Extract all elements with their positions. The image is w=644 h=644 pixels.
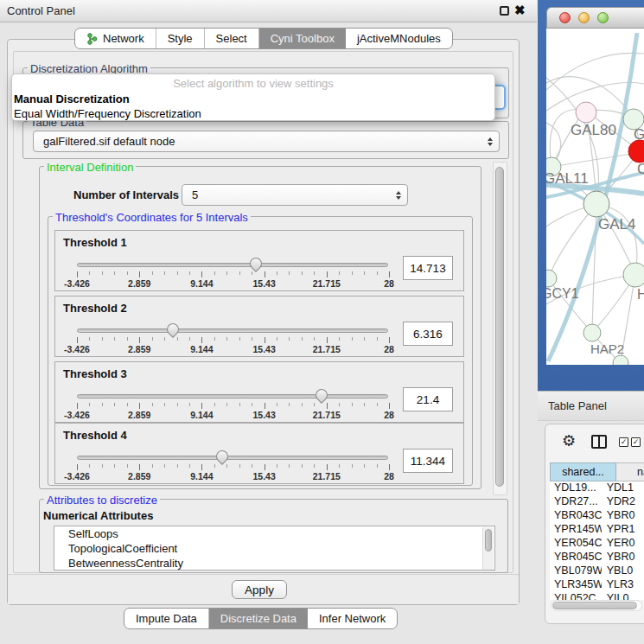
split-columns-icon[interactable]	[591, 435, 607, 449]
cell-name[interactable]: YLR3	[602, 578, 644, 592]
apply-button[interactable]: Apply	[232, 580, 287, 599]
cell-name[interactable]: YBR0	[602, 551, 644, 564]
close-traffic-light-icon[interactable]	[559, 12, 571, 23]
table-hscrollbar-thumb[interactable]	[552, 602, 637, 609]
slider-tick-labels: -3.4262.8599.14415.4321.71528	[77, 344, 389, 354]
zoom-traffic-light-icon[interactable]	[597, 12, 609, 23]
threshold-4-slider[interactable]	[77, 456, 388, 460]
node-label: HAP2	[590, 341, 624, 356]
tab-cyni-toolbox[interactable]: Cyni Toolbox	[259, 29, 346, 48]
table-row[interactable]: YER054CYER0	[550, 537, 644, 551]
node-gcy1[interactable]	[546, 270, 557, 287]
cell-shared-name[interactable]: YDL19...	[550, 481, 602, 495]
threshold-3-value[interactable]: 21.4	[403, 387, 453, 411]
number-of-intervals-value: 5	[182, 188, 390, 201]
threshold-1-label: Threshold 1	[63, 236, 127, 249]
node-right-mid[interactable]	[623, 263, 644, 287]
dropdown-hint: Select algorithm to view settings	[12, 74, 494, 90]
threshold-3-slider[interactable]	[77, 394, 388, 399]
node-pink[interactable]	[576, 102, 596, 123]
cell-name[interactable]: YBL0	[602, 564, 644, 578]
cell-name[interactable]: YDR2	[602, 495, 644, 509]
table-row[interactable]: YIL052CYIL0	[550, 592, 644, 600]
threshold-4-slider-thumb[interactable]	[214, 448, 231, 465]
threshold-4-value[interactable]: 11.344	[403, 449, 453, 473]
cell-name[interactable]: YIL0	[602, 592, 644, 600]
threshold-1-slider[interactable]	[77, 263, 388, 267]
node-bottom[interactable]	[613, 355, 628, 365]
table-panel-header: Table Panel	[538, 391, 644, 421]
dropdown-option-equal-width[interactable]: Equal Width/Frequency Discretization	[12, 105, 494, 120]
table-row[interactable]: YPR145WYPR1	[550, 523, 644, 537]
cell-shared-name[interactable]: YIL052C	[550, 592, 602, 600]
slider-ticks	[77, 337, 389, 344]
cell-shared-name[interactable]: YBR045C	[550, 551, 602, 564]
node-gal4[interactable]	[583, 191, 609, 217]
network-window-titlebar[interactable]	[546, 7, 644, 29]
node-label: H	[637, 287, 644, 303]
node-label: GAL4	[598, 216, 635, 233]
table-row[interactable]: YBR045CYBR0	[550, 551, 644, 564]
tab-infer-network[interactable]: Infer Network	[308, 609, 397, 628]
thresholds-group-title: Threshold's Coordinates for 5 Intervals	[53, 211, 251, 224]
column-header-shared-name[interactable]: shared...	[550, 462, 616, 481]
threshold-1-slider-thumb[interactable]	[247, 255, 265, 272]
settings-scrollbar-thumb[interactable]	[495, 167, 504, 487]
tab-cyni-toolbox-label: Cyni Toolbox	[271, 32, 335, 45]
node-label: GA	[634, 126, 644, 143]
gear-icon[interactable]: ⚙	[562, 433, 576, 449]
dropdown-option-manual[interactable]: Manual Discretization	[12, 90, 494, 105]
cell-name[interactable]: YDL1	[602, 481, 644, 495]
tab-style[interactable]: Style	[156, 29, 205, 48]
list-item[interactable]: TopologicalCoefficient	[54, 541, 494, 556]
threshold-2-slider[interactable]	[77, 328, 388, 333]
table-row[interactable]: YLR345WYLR3	[550, 578, 644, 592]
tab-discretize-data[interactable]: Discretize Data	[209, 609, 308, 628]
table-data-combobox[interactable]: galFiltered.sif default node	[33, 131, 500, 152]
cell-shared-name[interactable]: YLR345W	[550, 578, 602, 592]
float-window-icon[interactable]	[500, 6, 509, 16]
list-item[interactable]: SelfLoops	[54, 526, 494, 541]
column-header-name[interactable]: na	[616, 462, 644, 481]
table-row[interactable]: YDL19...YDL1	[550, 481, 644, 495]
numerical-attributes-list[interactable]: SelfLoops TopologicalCoefficient Between…	[54, 526, 495, 571]
cell-name[interactable]: YBR0	[602, 509, 644, 523]
checkbox-icon[interactable]: ✓	[619, 437, 628, 447]
list-item[interactable]: BetweennessCentrality	[54, 556, 494, 571]
table-row[interactable]: YDR27...YDR2	[550, 495, 644, 509]
combobox-stepper-icon	[390, 191, 407, 200]
cell-shared-name[interactable]: YDR27...	[550, 495, 602, 509]
tab-impute-data[interactable]: Impute Data	[124, 609, 209, 628]
cell-shared-name[interactable]: YPR145W	[550, 523, 602, 537]
network-canvas[interactable]: GAL80GACGAL11GAL4GCY1HHAP2	[546, 29, 644, 365]
attributes-list-scrollbar-thumb[interactable]	[485, 529, 492, 552]
threshold-2-slider-thumb[interactable]	[164, 321, 182, 338]
tab-network[interactable]: Network	[75, 29, 156, 48]
tab-jactivemnodules[interactable]: jActiveMNodules	[346, 29, 452, 48]
number-of-intervals-combobox[interactable]: 5	[182, 184, 408, 206]
node-hap2[interactable]	[583, 324, 601, 341]
node-label: GCY1	[546, 286, 579, 302]
cell-name[interactable]: YPR1	[602, 523, 644, 537]
slider-tick-labels: -3.4262.8599.14415.4321.71528	[77, 471, 389, 481]
table-row[interactable]: YBR043CYBR0	[550, 509, 644, 523]
checkbox-icon[interactable]: ✓	[631, 437, 641, 447]
table-row[interactable]: YBL079WYBL0	[550, 564, 644, 578]
slider-ticks	[77, 403, 389, 410]
cell-name[interactable]: YER0	[602, 537, 644, 551]
close-icon[interactable]: ✖	[514, 3, 526, 18]
settings-scrollbar[interactable]	[493, 162, 507, 495]
cell-shared-name[interactable]: YBL079W	[550, 564, 602, 578]
table-hscrollbar[interactable]	[551, 600, 642, 611]
attributes-list-scrollbar[interactable]	[482, 527, 494, 570]
threshold-2-value[interactable]: 6.316	[403, 322, 453, 346]
threshold-3-slider-thumb[interactable]	[313, 386, 330, 404]
threshold-1-value[interactable]: 14.713	[403, 256, 453, 280]
minimize-traffic-light-icon[interactable]	[578, 12, 590, 23]
cell-shared-name[interactable]: YBR043C	[550, 509, 602, 523]
algorithm-dropdown-popup: Select algorithm to view settings Manual…	[11, 73, 495, 121]
table-data-combobox-value: galFiltered.sif default node	[34, 135, 481, 148]
slider-tick-labels: -3.4262.8599.14415.4321.71528	[77, 278, 389, 289]
tab-select[interactable]: Select	[205, 29, 259, 48]
cell-shared-name[interactable]: YER054C	[550, 537, 602, 551]
